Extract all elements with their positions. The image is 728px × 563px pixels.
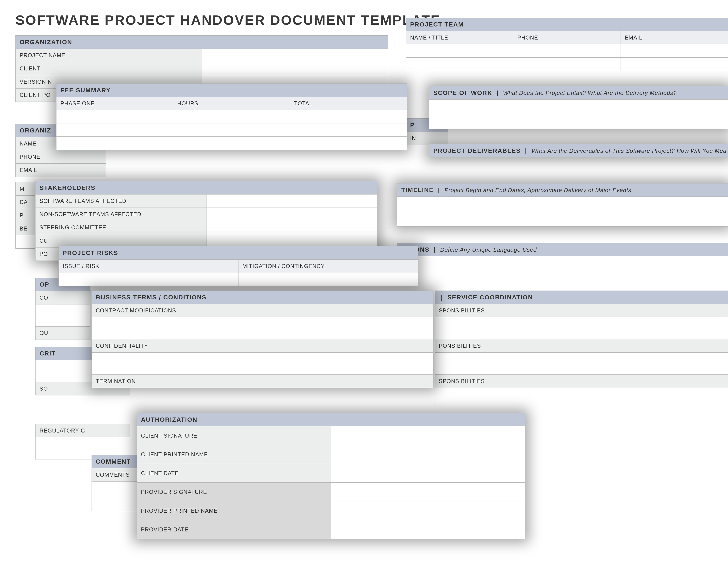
input-project-name[interactable] [202,49,388,62]
fee-cell[interactable] [173,123,290,137]
row-termination: TERMINATION [92,375,433,388]
input-contract-mod[interactable] [92,317,433,339]
regulatory-frag: REGULATORY C [35,424,130,460]
input-client[interactable] [202,62,388,75]
timeline-body[interactable] [397,197,728,226]
svc-row-3: SPONSIBILITIES [435,375,728,388]
row-contract-mod: CONTRACT MODIFICATIONS [92,304,433,317]
timeline-header: TIMELINE | Project Begin and End Dates, … [397,183,728,197]
risk-cell[interactable] [238,273,418,286]
row-email: EMAIL [16,164,106,177]
deliverables-header: PROJECT DELIVERABLES | What Are the Deli… [429,144,728,157]
fee-summary-section: FEE SUMMARY PHASE ONE HOURS TOTAL [56,83,407,150]
op-blank[interactable] [36,305,90,327]
fee-cell[interactable] [56,110,173,123]
input-client-printed[interactable] [331,445,525,464]
svc-blank-3[interactable] [435,388,728,412]
scope-header: SCOPE OF WORK | What Does the Project En… [429,86,728,100]
input-non-sw-teams[interactable] [206,208,377,221]
fee-summary-header: FEE SUMMARY [56,84,407,97]
scope-body[interactable] [429,100,728,129]
row-non-sw-teams: NON-SOFTWARE TEAMS AFFECTED [36,208,206,221]
input-confidentiality[interactable] [92,353,433,375]
qu-row: QU [36,327,90,340]
risk-cell[interactable] [59,273,238,286]
row-phone: PHONE [16,150,106,164]
project-risks-header: PROJECT RISKS [59,246,418,259]
svc-row-1: SPONSIBILITIES [435,304,728,317]
fee-cell[interactable] [56,123,173,137]
fee-cell[interactable] [56,137,173,150]
team-cell[interactable] [513,58,621,71]
svc-blank-2[interactable] [435,353,728,375]
definitions-section: NITIONS | Define Any Unique Language Use… [397,243,728,286]
col-phone: PHONE [513,31,621,44]
co-row: CO [36,291,90,305]
team-cell[interactable] [406,44,513,58]
fee-cell[interactable] [290,137,407,150]
col-mitigation: MITIGATION / CONTINGENCY [238,259,418,273]
team-cell[interactable] [406,58,513,71]
organization-header: ORGANIZATION [16,36,388,49]
row-confidentiality: CONFIDENTIALITY [92,339,433,353]
row-cu: CU [36,234,206,247]
deliverables-section: PROJECT DELIVERABLES | What Are the Deli… [429,144,728,157]
page-title: SOFTWARE PROJECT HANDOVER DOCUMENT TEMPL… [15,12,441,28]
row-steering: STEERING COMMITTEE [36,221,206,234]
p-row: IN [406,132,448,145]
col-total: TOTAL [290,97,407,110]
business-terms-header: BUSINESS TERMS / CONDITIONS [92,291,433,304]
input-client-signature[interactable] [331,426,525,445]
team-cell[interactable] [513,44,621,58]
fee-cell[interactable] [173,110,290,123]
op-frag: OP CO QU [35,278,90,340]
regulatory-row: REGULATORY C [36,424,130,437]
team-cell[interactable] [621,44,728,58]
fee-cell[interactable] [290,123,407,137]
row-provider-signature: PROVIDER SIGNATURE [137,483,331,501]
definitions-header: NITIONS | Define Any Unique Language Use… [397,243,728,256]
input-cu[interactable] [206,234,377,247]
input-steering[interactable] [206,221,377,234]
row-client-printed: CLIENT PRINTED NAME [137,445,331,464]
input-client-date[interactable] [331,464,525,483]
team-cell[interactable] [621,58,728,71]
project-team-header: PROJECT TEAM [406,18,728,31]
project-team-section: PROJECT TEAM NAME / TITLE PHONE EMAIL [406,18,728,71]
input-provider-printed[interactable] [331,501,525,520]
input-sw-teams[interactable] [206,194,377,208]
row-provider-printed: PROVIDER PRINTED NAME [137,501,331,520]
row-client-signature: CLIENT SIGNATURE [137,426,331,445]
row-sw-teams: SOFTWARE TEAMS AFFECTED [36,194,206,208]
input-provider-signature[interactable] [331,483,525,501]
row-provider-date: PROVIDER DATE [137,520,331,539]
service-coord-header: | SERVICE COORDINATION [435,291,728,304]
business-terms-section: BUSINESS TERMS / CONDITIONS CONTRACT MOD… [92,291,433,388]
stakeholders-header: STAKEHOLDERS [36,181,377,194]
svc-row-2: PONSIBILITIES [435,339,728,353]
col-email: EMAIL [621,31,728,44]
authorization-header: AUTHORIZATION [137,413,525,426]
row-client: CLIENT [16,62,202,75]
input-provider-date[interactable] [331,520,525,539]
scope-section: SCOPE OF WORK | What Does the Project En… [429,86,728,129]
col-name-title: NAME / TITLE [406,31,513,44]
fee-cell[interactable] [173,137,290,150]
col-hours: HOURS [173,97,290,110]
col-phase-one: PHASE ONE [56,97,173,110]
svc-blank-1[interactable] [435,317,728,339]
authorization-section: AUTHORIZATION CLIENT SIGNATURE CLIENT PR… [137,413,525,539]
timeline-section: TIMELINE | Project Begin and End Dates, … [397,183,728,226]
row-client-date: CLIENT DATE [137,464,331,483]
row-project-name: PROJECT NAME [16,49,202,62]
col-issue-risk: ISSUE / RISK [59,259,238,273]
service-coord-section: | SERVICE COORDINATION SPONSIBILITIES PO… [435,291,728,412]
project-risks-section: PROJECT RISKS ISSUE / RISK MITIGATION / … [58,246,418,286]
definitions-body[interactable] [397,256,728,286]
fee-cell[interactable] [290,110,407,123]
